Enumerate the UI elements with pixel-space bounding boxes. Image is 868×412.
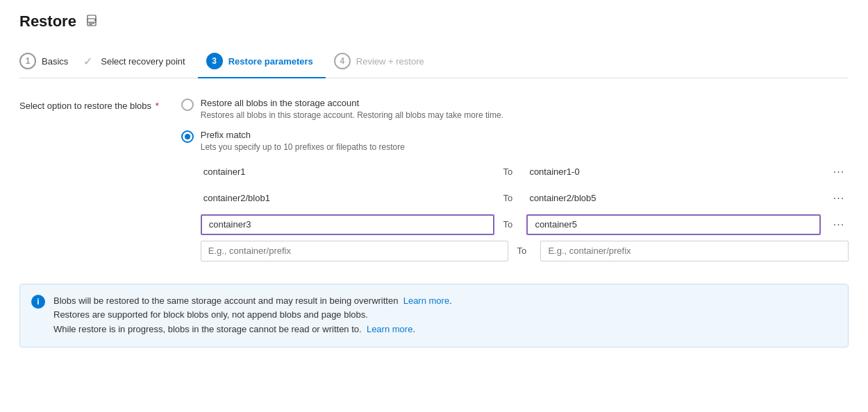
prefix-row-3: To ··· <box>201 214 849 235</box>
svg-rect-2 <box>89 23 94 24</box>
wizard-steps: 1 Basics ✓ Select recovery point 3 Resto… <box>19 46 849 78</box>
prefix-dest-input-4[interactable] <box>540 241 849 261</box>
radio-prefix-match[interactable] <box>181 130 194 143</box>
learn-more-link-2[interactable]: Learn more <box>367 324 412 334</box>
option-text-all-blobs: Restore all blobs in the storage account… <box>201 98 503 121</box>
banner-line2: Restores are supported for block blobs o… <box>53 308 452 323</box>
option-desc-all-blobs: Restores all blobs in this storage accou… <box>201 110 503 121</box>
step-1-label: Basics <box>42 56 68 67</box>
page-container: Restore 1 Basics ✓ Select recovery point… <box>0 0 868 412</box>
svg-point-5 <box>94 19 96 21</box>
option-text-prefix: Prefix match Lets you specify up to 10 p… <box>201 130 405 153</box>
banner-line3: While restore is in progress, blobs in t… <box>53 323 452 337</box>
prefix-source-input-3[interactable] <box>201 214 495 235</box>
more-options-2[interactable]: ··· <box>829 189 849 208</box>
step-restore-params[interactable]: 3 Restore parameters <box>198 46 326 78</box>
radio-option-prefix[interactable]: Prefix match Lets you specify up to 10 p… <box>181 130 849 153</box>
step-4-circle: 4 <box>334 53 351 69</box>
prefix-source-1: container1 <box>201 162 495 182</box>
option-title-all-blobs: Restore all blobs in the storage account <box>201 98 503 108</box>
sep-1: ✓ <box>83 55 92 69</box>
page-title: Restore <box>19 12 76 31</box>
step-recovery[interactable]: Select recovery point <box>95 49 197 75</box>
more-options-3[interactable]: ··· <box>829 215 849 234</box>
learn-more-link-1[interactable]: Learn more <box>403 295 449 306</box>
svg-rect-3 <box>89 24 92 25</box>
more-options-1[interactable]: ··· <box>829 162 849 182</box>
field-label: Select option to restore the blobs * <box>19 98 159 267</box>
step-3-circle: 3 <box>206 53 223 69</box>
options-area: Restore all blobs in the storage account… <box>181 98 849 267</box>
banner-text: Blobs will be restored to the same stora… <box>53 294 452 337</box>
step-4-label: Review + restore <box>356 56 424 67</box>
option-desc-prefix: Lets you specify up to 10 prefixes or fi… <box>201 141 405 153</box>
prefix-row-2: container2/blob1 To container2/blob5 ··· <box>201 188 849 209</box>
step-3-label: Restore parameters <box>228 56 313 67</box>
page-header: Restore <box>19 12 849 31</box>
to-label-4: To <box>517 246 532 256</box>
info-banner: i Blobs will be restored to the same sto… <box>19 284 849 347</box>
option-title-prefix: Prefix match <box>201 130 405 140</box>
content-area: Select option to restore the blobs * Res… <box>19 98 849 267</box>
to-label-2: To <box>503 193 518 203</box>
prefix-row-1: container1 To container1-0 ··· <box>201 162 849 182</box>
info-icon: i <box>31 295 45 309</box>
prefix-row-4: To <box>201 241 849 261</box>
step-1-circle: 1 <box>19 53 36 69</box>
radio-all-blobs[interactable] <box>181 98 194 111</box>
step-review[interactable]: 4 Review + restore <box>326 46 437 78</box>
step-basics[interactable]: 1 Basics <box>19 46 81 78</box>
prefix-dest-2: container2/blob5 <box>526 188 821 209</box>
prefix-source-input-4[interactable] <box>201 241 509 261</box>
print-icon[interactable] <box>85 14 100 29</box>
radio-option-all-blobs[interactable]: Restore all blobs in the storage account… <box>181 98 849 121</box>
prefix-table: container1 To container1-0 ··· container… <box>201 162 849 261</box>
step-2-label: Select recovery point <box>101 56 185 67</box>
prefix-source-2: container2/blob1 <box>201 188 495 209</box>
prefix-dest-1: container1-0 <box>526 162 821 182</box>
required-star: * <box>153 101 159 111</box>
to-label-1: To <box>503 166 518 177</box>
banner-line1: Blobs will be restored to the same stora… <box>53 294 452 309</box>
to-label-3: To <box>503 219 518 230</box>
prefix-dest-input-3[interactable] <box>526 214 821 235</box>
